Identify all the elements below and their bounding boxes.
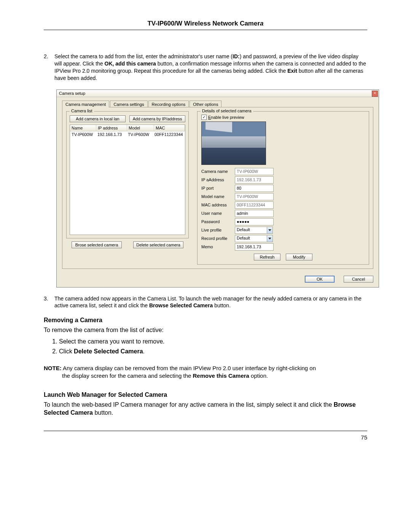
step-3: 3. The camera added now appears in the C…	[44, 295, 367, 310]
cell-ip: 192.168.1.73	[96, 131, 126, 137]
memo-field[interactable]: 192.168.1.73	[235, 243, 274, 251]
user-name-label: User name	[201, 211, 235, 216]
browse-selected-camera-button[interactable]: Brose selected camera	[72, 241, 122, 248]
record-profile-label: Record profile	[201, 236, 235, 241]
record-profile-value: Default	[235, 235, 267, 242]
col-name[interactable]: Name	[70, 125, 96, 131]
cell-model: TV-IP600W	[126, 131, 153, 137]
ip-address-field[interactable]: 192.168.1.73	[235, 176, 274, 184]
mac-address-field[interactable]: 00FF11223344	[235, 201, 274, 209]
tab-other-options[interactable]: Other options	[190, 101, 221, 107]
refresh-button[interactable]: Refresh	[254, 254, 280, 260]
details-legend: Details of selected camera	[201, 109, 253, 113]
record-profile-select[interactable]: Default	[235, 235, 273, 242]
enable-live-preview-label: Enable live preview	[208, 115, 244, 120]
cancel-button[interactable]: Cancel	[344, 276, 373, 283]
manual-page: TV-IP600/W Wireless Network Camera 2. Se…	[0, 0, 411, 452]
step-3-number: 3.	[44, 295, 54, 310]
tab-recording-options[interactable]: Recording options	[148, 101, 189, 107]
ok-button[interactable]: OK	[305, 276, 335, 283]
password-label: Password	[201, 219, 235, 224]
ip-port-field[interactable]: 80	[235, 185, 274, 192]
removing-camera-heading: Removing a Camera	[44, 317, 367, 324]
dialog-button-row: OK Cancel	[57, 273, 379, 287]
camera-name-label: Camera name	[201, 169, 235, 174]
tab-panel: Camera list Add camera in local lan Add …	[62, 107, 373, 269]
col-model[interactable]: Model	[127, 125, 154, 131]
table-row[interactable]: TV-IP600W 192.168.1.73 TV-IP600W 00FF112…	[70, 131, 185, 137]
camera-list-group: Camera list Add camera in local lan Add …	[66, 111, 189, 238]
ip-address-label: IP aAddress	[201, 177, 235, 182]
page-number: 75	[0, 434, 367, 441]
tab-strip: Camera management Camera settings Record…	[57, 97, 379, 107]
live-preview-image	[201, 121, 266, 165]
doc-title: TV-IP600/W Wireless Network Camera	[0, 20, 411, 27]
model-name-label: Model name	[201, 194, 235, 199]
remove-step-2: Click Delete Selected Camera.	[59, 347, 367, 356]
password-field[interactable]: ●●●●●	[235, 218, 274, 225]
model-name-field[interactable]: TV-IP600W	[235, 193, 274, 200]
doc-title-main: TV-IP600/W Wireless Network Camer	[147, 20, 260, 27]
footer: 75	[0, 431, 411, 441]
camera-name-field[interactable]: TV-IP600W	[235, 168, 274, 175]
modify-button[interactable]: Modify	[286, 254, 312, 260]
user-name-field[interactable]: admin	[235, 210, 274, 217]
step-3-text: The camera added now appears in the Came…	[54, 295, 367, 310]
ip-port-label: IP port	[201, 186, 235, 190]
cell-mac: 00FF11223344	[153, 131, 185, 137]
remove-step-1: Select the camera you want to remove.	[59, 337, 367, 347]
cell-name: TV-IP600W	[70, 131, 96, 137]
step-2-number: 2.	[44, 53, 54, 82]
live-profile-value: Default	[235, 227, 267, 233]
header-rule	[44, 30, 367, 30]
enable-live-preview-checkbox[interactable]: ✓	[201, 115, 207, 120]
chevron-down-icon	[267, 235, 272, 242]
step-2: 2. Select the camera to add from the lis…	[44, 53, 367, 82]
tab-camera-settings[interactable]: Camera settings	[110, 101, 147, 107]
mac-address-label: MAC address	[201, 203, 235, 207]
window-titlebar[interactable]: Camera setup ×	[57, 90, 379, 97]
col-mac[interactable]: MAC	[154, 125, 185, 131]
chevron-down-icon	[267, 227, 272, 233]
note-label: NOTE:	[44, 365, 62, 371]
window-title: Camera setup	[59, 91, 85, 96]
memo-label: Memo	[201, 244, 235, 249]
add-camera-local-button[interactable]: Add camera in local lan	[70, 115, 126, 122]
tab-camera-management[interactable]: Camera management	[62, 101, 109, 107]
doc-title-italic: a	[260, 20, 263, 27]
table-header: Name IP address Model MAC	[70, 125, 185, 131]
delete-selected-camera-button[interactable]: Delete selected camera	[133, 241, 183, 248]
removing-camera-intro: To remove the camera from the list of ac…	[44, 326, 367, 334]
step-2-text: Select the camera to add from the list, …	[54, 53, 367, 82]
camera-list-table[interactable]: Name IP address Model MAC TV-IP600W 192.…	[70, 125, 185, 235]
col-ip[interactable]: IP address	[96, 125, 127, 131]
camera-setup-window: Camera setup × Camera management Camera …	[56, 89, 379, 288]
details-group: Details of selected camera ✓ Enable live…	[197, 111, 369, 265]
removing-camera-steps: Select the camera you want to remove. Cl…	[59, 337, 367, 356]
add-camera-ip-button[interactable]: Add camera by IP/address	[129, 115, 185, 122]
camera-list-legend: Camera list	[70, 109, 94, 113]
live-profile-label: Live profile	[201, 228, 235, 232]
footer-rule	[44, 431, 367, 431]
note-paragraph: NOTE: Any camera display can be removed …	[44, 364, 367, 380]
launch-web-heading: Launch Web Manager for Selected Camera	[44, 391, 367, 398]
live-profile-select[interactable]: Default	[235, 227, 273, 234]
close-icon[interactable]: ×	[372, 91, 378, 97]
launch-web-paragraph: To launch the web-based IP Camera manage…	[44, 401, 367, 417]
